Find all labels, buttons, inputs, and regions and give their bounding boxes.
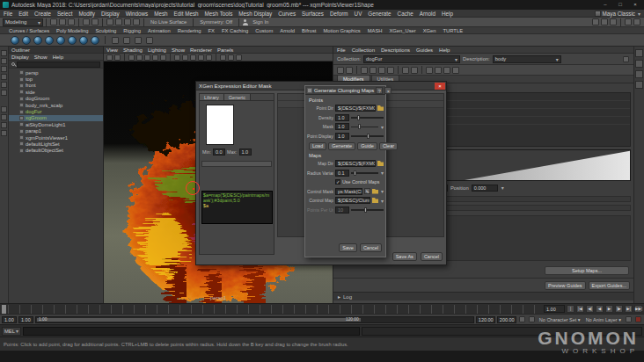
time-slider-ticks[interactable] [8,305,542,314]
close-icon[interactable]: × [384,87,392,94]
animation-start-field[interactable]: 1.00 [2,316,17,323]
render-view-icon[interactable] [592,18,599,25]
shelf-tab[interactable]: Poly Modeling [56,28,88,33]
expression-tab[interactable]: Generic [224,94,251,100]
menu-item[interactable]: Windows [126,11,149,17]
mask-field[interactable]: 1.0 [335,123,349,130]
folder-browse-icon[interactable] [372,189,378,194]
modeling-toolkit-tab-icon[interactable] [635,81,643,89]
camera-select-icon[interactable] [106,54,113,61]
menu-item[interactable]: Panels [217,47,233,53]
gate-mask-icon[interactable] [152,54,158,61]
redo-icon[interactable] [91,18,99,25]
list-item[interactable]: xgmPointsViewer1 [9,134,103,141]
shelf-tab[interactable]: Rendering [178,28,201,33]
expression-tab[interactable]: Library [200,94,224,100]
menu-item[interactable]: Create [34,11,51,17]
control-mask-field[interactable]: ps:Mask(Clumping1) [335,188,362,195]
clump-action-button[interactable]: Clear [379,142,398,150]
shelf-tool-icon[interactable] [146,37,153,44]
cancel-button[interactable]: Cancel [421,252,443,261]
density-slider[interactable] [351,114,384,120]
menu-set-selector[interactable]: Modeling▾ [3,18,43,26]
loop-mode-icon[interactable] [529,316,535,322]
shaded-display-icon[interactable] [182,54,188,61]
clear-preview-icon[interactable] [411,67,418,74]
sign-in-button[interactable]: Sign In [252,19,268,25]
shelf-tool-icon[interactable] [112,37,119,44]
current-frame-marker[interactable] [2,305,6,314]
set-key-icon[interactable] [626,316,632,322]
list-item[interactable]: xgGroom [9,115,103,121]
snap-surface-icon[interactable] [133,18,140,25]
menu-item[interactable]: Curves [278,11,296,17]
menu-item[interactable]: Mesh Display [238,11,272,17]
menu-item[interactable]: Modify [78,11,95,17]
folder-browse-icon[interactable] [377,105,384,111]
export-guides-button[interactable]: Export Guides... [589,281,630,290]
close-icon[interactable]: × [435,83,445,90]
clump-dialog-titlebar[interactable]: Generate Clumping Maps ? × [305,86,385,95]
collection-select[interactable]: dogFur▾ [363,55,460,63]
step-forward-frame-button[interactable]: |▶ [615,305,623,313]
use-control-maps-checkbox[interactable]: ✓ [335,179,340,185]
ramp-position-field[interactable]: 0.000 [472,185,498,192]
sculpt-guide-icon[interactable] [378,67,385,74]
duplicate-description-icon[interactable] [346,67,353,74]
shelf-sphere-icon[interactable] [91,36,99,45]
menu-item[interactable]: Help [53,54,63,60]
menu-item[interactable]: Generate [368,11,391,17]
shelf-sphere-icon[interactable] [33,36,42,45]
region-brush-icon[interactable] [435,67,442,74]
xray-display-icon[interactable] [220,54,226,61]
sidebar-toggle-icon[interactable] [625,18,632,25]
layout-four-pane-icon[interactable] [1,114,7,120]
step-forward-key-button[interactable]: ▶| [625,305,633,313]
clump-action-button[interactable]: Guide [357,142,377,150]
rotate-tool-icon[interactable] [1,82,7,88]
chevron-down-icon[interactable]: ▾ [381,188,384,194]
playback-options-icon[interactable] [519,316,525,322]
character-set-selector[interactable]: No Character Set ▾ [539,317,581,322]
use-all-lights-icon[interactable] [198,54,204,61]
step-back-key-button[interactable]: |◀ [576,305,584,313]
menu-item[interactable]: Mesh Tools [205,11,233,17]
shelf-tab[interactable]: Animation [148,28,171,33]
shelf-tab[interactable]: Sculpting [96,28,117,33]
resolution-gate-icon[interactable] [144,54,150,61]
clump-action-button[interactable]: Load [309,142,326,150]
list-item[interactable]: aiSkyDomeLight1 [9,121,103,127]
command-language-selector[interactable]: MEL▾ [2,327,21,336]
help-icon[interactable]: ? [376,87,383,94]
menu-item[interactable]: Display [101,11,120,17]
cancel-button[interactable]: Cancel [360,243,382,252]
search-input[interactable] [17,62,100,68]
menu-item[interactable]: Edit Mesh [174,11,199,17]
attribute-editor-toggle-icon[interactable] [633,18,640,25]
menu-item[interactable]: Edit [18,11,28,17]
menu-item[interactable]: Guides [416,47,433,53]
playback-start-field[interactable]: 1.00 [18,316,33,323]
layout-split-vertical-icon[interactable] [1,130,7,136]
menu-item[interactable]: Deform [330,11,348,17]
step-back-frame-button[interactable]: ◀| [586,305,594,313]
shelf-tab[interactable]: Motion Graphics [323,28,360,33]
shelf-sphere-icon[interactable] [79,36,88,45]
layout-single-pane-icon[interactable] [1,106,7,112]
film-gate-icon[interactable] [136,54,143,61]
ipr-render-icon[interactable] [601,18,608,25]
shadows-icon[interactable] [206,54,212,61]
menu-item[interactable]: Lighting [148,47,166,53]
shelf-tab[interactable]: Custom [255,28,273,33]
layout-split-horizontal-icon[interactable] [1,122,7,128]
open-scene-icon[interactable] [59,18,66,25]
folder-browse-icon[interactable] [377,161,384,166]
menu-item[interactable]: Show [34,54,48,60]
time-slider[interactable]: 1.00 |◀◀ |◀ ◀| ◀ ▶ |▶ ▶| ▶▶| [0,303,644,314]
menu-item[interactable]: Descriptions [381,47,410,53]
chevron-down-icon[interactable]: ▾ [381,124,384,130]
folder-browse-icon[interactable] [372,198,378,203]
list-item[interactable]: defaultLightSet [9,141,103,147]
anim-layer-selector[interactable]: No Anim Layer ▾ [586,317,621,322]
control-map-field[interactable]: ${DESC}/Clumping1/Maps/ [335,197,370,204]
